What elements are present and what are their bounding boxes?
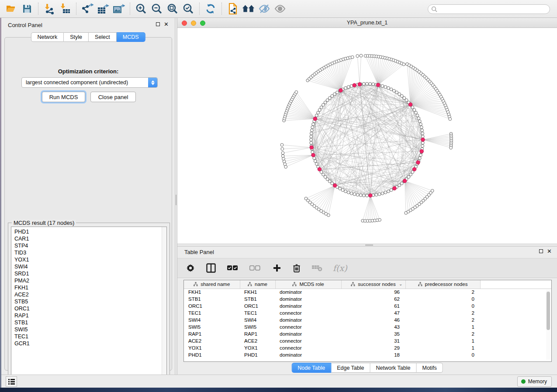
- column-header-name[interactable]: name: [240, 280, 275, 289]
- import-table-icon[interactable]: [59, 2, 72, 15]
- task-history-button[interactable]: [6, 376, 17, 387]
- table-panel: Table Panel ✕: [177, 247, 557, 375]
- home-icon[interactable]: [242, 2, 255, 15]
- close-panel-icon[interactable]: ✕: [547, 249, 552, 253]
- mcds-result-title: MCDS result (17 nodes): [12, 220, 76, 226]
- zoom-out-icon[interactable]: [150, 2, 163, 15]
- hide-details-icon[interactable]: [258, 2, 271, 15]
- attribute-tree-icon: [248, 282, 252, 286]
- table-scrollbar[interactable]: [546, 290, 550, 360]
- table-scrollbar-thumb[interactable]: [547, 292, 550, 330]
- column-header-shared-name[interactable]: shared name: [184, 280, 240, 289]
- function-builder-icon: f(x): [333, 261, 347, 275]
- open-file-icon[interactable]: [5, 2, 18, 15]
- column-header-MCDS-role[interactable]: MCDS role: [275, 280, 341, 289]
- network-window-titlebar[interactable]: YPA_prune.txt_1: [177, 18, 557, 28]
- deselect-all-icon[interactable]: [249, 261, 260, 275]
- table-row[interactable]: SWI4SWI4dominator462: [184, 316, 552, 323]
- table-row[interactable]: YOX1YOX1connector291: [184, 344, 552, 351]
- run-mcds-button[interactable]: Run MCDS: [42, 92, 85, 102]
- tab-select[interactable]: Select: [89, 32, 117, 42]
- search-box[interactable]: [428, 4, 550, 14]
- table-row[interactable]: SWI5SWI5connector431: [184, 323, 552, 330]
- mcds-result-item[interactable]: SRD1: [14, 270, 166, 277]
- toolbar-separator: [199, 3, 200, 15]
- column-header-successor-nodes[interactable]: successor nodes⌄: [341, 280, 405, 289]
- float-window-icon[interactable]: [156, 22, 160, 26]
- mcds-result-item[interactable]: ORC1: [14, 305, 166, 312]
- mcds-result-item[interactable]: TID3: [14, 249, 166, 256]
- export-image-icon[interactable]: [112, 2, 125, 15]
- memory-button[interactable]: Memory: [517, 376, 552, 387]
- mcds-result-item[interactable]: PHD1: [14, 228, 166, 235]
- mcds-result-item[interactable]: SWI4: [14, 263, 166, 270]
- search-icon: [431, 6, 437, 12]
- tab-edge-table[interactable]: Edge Table: [331, 363, 370, 373]
- close-panel-icon[interactable]: ✕: [164, 22, 169, 26]
- zoom-fit-icon[interactable]: [166, 2, 179, 15]
- mcds-result-item[interactable]: RAP1: [14, 312, 166, 319]
- import-network-icon[interactable]: [43, 2, 56, 15]
- mcds-result-item[interactable]: STB5: [14, 298, 166, 305]
- control-panel-title: Control Panel: [8, 22, 42, 28]
- split-panel-icon[interactable]: [206, 261, 216, 275]
- table-row[interactable]: STB1STB1dominator620: [184, 296, 552, 303]
- table-row[interactable]: ACE2ACE2connector311: [184, 337, 552, 344]
- mcds-result-item[interactable]: YOX1: [14, 256, 166, 263]
- tab-node-table[interactable]: Node Table: [291, 363, 331, 373]
- mcds-result-item[interactable]: CAR1: [14, 235, 166, 242]
- memory-status-icon: [521, 379, 526, 384]
- zoom-in-icon[interactable]: [135, 2, 148, 15]
- network-graph[interactable]: [177, 28, 557, 244]
- mcds-result-item[interactable]: GCR1: [14, 340, 166, 347]
- table-row[interactable]: ORC1ORC1dominator610: [184, 303, 552, 309]
- mcds-result-item[interactable]: ACE2: [14, 291, 166, 298]
- save-session-icon[interactable]: [21, 2, 34, 15]
- network-from-file-icon[interactable]: [226, 2, 239, 15]
- toolbar-separator: [76, 3, 76, 15]
- export-table-icon[interactable]: [97, 2, 110, 15]
- sort-descending-icon: ⌄: [399, 282, 402, 286]
- mcds-result-item[interactable]: FKH1: [14, 284, 166, 291]
- mcds-result-item[interactable]: TEC1: [14, 333, 166, 340]
- search-input[interactable]: [437, 6, 550, 12]
- tab-motifs[interactable]: Motifs: [416, 363, 443, 373]
- select-all-icon[interactable]: [227, 261, 238, 275]
- node-table: shared namenameMCDS rolesuccessor nodes⌄…: [183, 280, 552, 362]
- delete-table-icon: [312, 261, 322, 275]
- mcds-list-scrollbar[interactable]: [162, 227, 166, 380]
- table-toolbar: f(x): [177, 258, 557, 278]
- mcds-result-item[interactable]: STB1: [14, 319, 166, 326]
- mcds-result-item[interactable]: PMA2: [14, 277, 166, 284]
- table-row[interactable]: FKH1FKH1dominator962: [184, 289, 552, 296]
- tab-style[interactable]: Style: [64, 32, 89, 42]
- tab-network-table[interactable]: Network Table: [370, 363, 417, 373]
- zoom-selected-icon[interactable]: [182, 2, 195, 15]
- gear-icon[interactable]: [186, 261, 195, 275]
- delete-column-icon[interactable]: [293, 261, 301, 275]
- add-column-icon[interactable]: [273, 261, 281, 275]
- control-panel: Control Panel ✕ NetworkStyleSelectMCDS O…: [1, 18, 175, 375]
- close-panel-button[interactable]: Close panel: [90, 92, 136, 102]
- application-window: Control Panel ✕ NetworkStyleSelectMCDS O…: [0, 0, 557, 392]
- toolbar-separator: [38, 3, 38, 15]
- table-panel-title: Table Panel: [184, 249, 214, 255]
- refresh-icon[interactable]: [204, 2, 217, 15]
- table-row[interactable]: TEC1TEC1connector472: [184, 309, 552, 316]
- mcds-result-item[interactable]: SWI5: [14, 326, 166, 333]
- table-panel-tabs: Node TableEdge TableNetwork TableMotifs: [291, 363, 443, 373]
- table-row[interactable]: RAP1RAP1dominator352: [184, 330, 552, 337]
- optimization-criterion-select[interactable]: largest connected component (undirected): [21, 77, 158, 88]
- horizontal-splitter[interactable]: [177, 244, 557, 247]
- tab-mcds[interactable]: MCDS: [117, 32, 145, 42]
- mcds-result-item[interactable]: STP4: [14, 242, 166, 249]
- select-value: largest connected component (undirected): [22, 79, 148, 86]
- tab-network[interactable]: Network: [31, 32, 64, 42]
- table-row[interactable]: PHD1PHD1dominator180: [184, 351, 552, 358]
- export-network-icon[interactable]: [81, 2, 94, 15]
- optimization-criterion-label: Optimization criterion:: [5, 68, 172, 75]
- column-header-predecessor-nodes[interactable]: predecessor nodes: [405, 280, 480, 289]
- mcds-result-list[interactable]: PHD1CAR1STP4TID3YOX1SWI4SRD1PMA2FKH1ACE2…: [11, 227, 167, 380]
- attribute-tree-icon: [194, 282, 198, 286]
- float-window-icon[interactable]: [539, 249, 543, 253]
